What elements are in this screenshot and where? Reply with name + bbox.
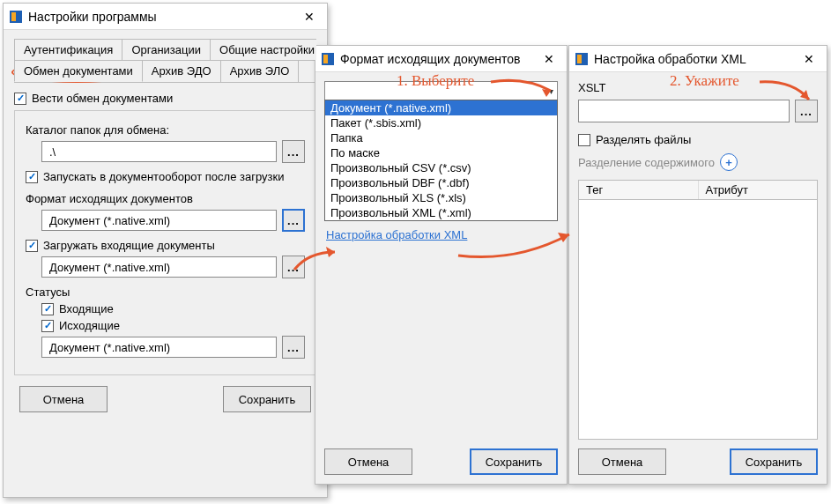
format-option[interactable]: Пакет (*.sbis.xml): [325, 115, 557, 130]
cancel-button[interactable]: Отмена: [578, 448, 666, 475]
checkbox-run-after[interactable]: ✓ Запускать в документооборот после загр…: [26, 170, 305, 183]
format-combo[interactable]: ▾: [324, 81, 558, 100]
save-button[interactable]: Сохранить: [470, 448, 558, 475]
format-dropdown[interactable]: Документ (*.native.xml)Пакет (*.sbis.xml…: [324, 100, 558, 221]
catalog-label: Каталог папок для обмена:: [26, 123, 305, 137]
svg-rect-1: [11, 12, 16, 21]
statuses-section: Статусы ✓ Входящие ✓ Исходящие Документ …: [26, 285, 305, 359]
format-option[interactable]: Произвольный DBF (*.dbf): [325, 175, 557, 190]
app-icon: [321, 52, 335, 66]
status-browse-button[interactable]: ...: [282, 336, 305, 359]
checkmark-icon: ✓: [14, 93, 26, 105]
checkbox-icon: ✓: [578, 134, 590, 146]
svg-rect-3: [323, 55, 328, 63]
incoming-browse-button[interactable]: ...: [282, 256, 305, 278]
format-window: Формат исходящих документов ✕ ▾ Документ…: [315, 45, 568, 485]
format-option[interactable]: Документ (*.native.xml): [325, 100, 557, 115]
tag-attr-table: Тег Атрибут: [578, 180, 818, 440]
tab-general[interactable]: Общие настройки: [210, 39, 316, 60]
xslt-browse-button[interactable]: ...: [795, 100, 818, 122]
settings-window: Настройки программы ✕ Аутентификация Орг…: [3, 3, 328, 498]
tab-orgs[interactable]: Организации: [122, 39, 211, 60]
window-title: Формат исходящих документов: [340, 52, 537, 66]
exchange-group: Каталог папок для обмена: .\ ... ✓ Запус…: [14, 110, 316, 375]
status-format-field[interactable]: Документ (*.native.xml): [41, 337, 277, 358]
checkbox-exchange[interactable]: ✓ Вести обмен документами: [14, 92, 316, 105]
window-title: Настройки программы: [28, 10, 297, 24]
format-option[interactable]: Произвольный XML (*.xml): [325, 205, 557, 220]
save-button[interactable]: Сохранить: [223, 386, 311, 412]
cancel-button[interactable]: Отмена: [324, 448, 412, 475]
incoming-format-field[interactable]: Документ (*.native.xml): [41, 256, 277, 278]
checkmark-icon: ✓: [41, 320, 54, 332]
checkbox-status-outgoing[interactable]: ✓ Исходящие: [41, 319, 305, 332]
checkbox-status-incoming[interactable]: ✓ Входящие: [41, 302, 305, 315]
window-title: Настройка обработки XML: [594, 52, 797, 66]
checkbox-label: Входящие: [59, 302, 114, 315]
col-tag[interactable]: Тег: [579, 181, 699, 199]
out-format-field[interactable]: Документ (*.native.xml): [41, 210, 277, 231]
titlebar: Формат исходящих документов ✕: [315, 46, 567, 72]
xslt-label: XSLT: [578, 81, 818, 94]
checkmark-icon: ✓: [41, 303, 54, 315]
tab-archive-edo[interactable]: Архив ЭДО: [142, 60, 221, 82]
close-icon[interactable]: ✕: [797, 52, 821, 66]
format-option[interactable]: Произвольный CSV (*.csv): [325, 160, 557, 175]
xml-settings-window: Настройка обработки XML ✕ XSLT ... ✓ Раз…: [568, 45, 827, 485]
checkbox-label: Загружать входящие документы: [43, 239, 215, 252]
cancel-button[interactable]: Отмена: [19, 386, 108, 412]
format-option[interactable]: Папка: [325, 130, 557, 145]
col-attr[interactable]: Атрибут: [699, 181, 818, 199]
catalog-field[interactable]: .\: [41, 141, 277, 162]
out-format-label: Формат исходящих документов: [26, 192, 305, 205]
checkmark-icon: ✓: [26, 240, 38, 252]
checkbox-split-files[interactable]: ✓ Разделять файлы: [578, 133, 818, 146]
tab-archive-elo[interactable]: Архив ЭЛО: [220, 60, 300, 82]
close-icon[interactable]: ✕: [537, 52, 561, 66]
titlebar: Настройки программы ✕: [4, 4, 327, 30]
tabs-row-2: Обмен документами Архив ЭДО Архив ЭЛО: [14, 60, 316, 83]
out-format-browse-button[interactable]: ...: [282, 209, 305, 232]
format-option[interactable]: По маске: [325, 145, 557, 160]
checkbox-label: Разделять файлы: [596, 133, 691, 146]
statuses-label: Статусы: [26, 285, 305, 299]
catalog-browse-button[interactable]: ...: [282, 140, 305, 163]
svg-rect-5: [577, 55, 582, 63]
checkbox-label: Запускать в документооборот после загруз…: [43, 170, 284, 183]
checkbox-label: Исходящие: [59, 319, 120, 332]
save-button[interactable]: Сохранить: [730, 448, 818, 475]
xslt-field[interactable]: [578, 100, 790, 122]
app-icon: [575, 52, 589, 66]
xml-settings-link[interactable]: Настройка обработки XML: [324, 225, 558, 245]
chevron-down-icon: ▾: [549, 86, 553, 96]
checkmark-icon: ✓: [26, 171, 38, 183]
format-option[interactable]: Произвольный XLS (*.xls): [325, 190, 557, 205]
add-button[interactable]: +: [720, 153, 738, 171]
app-icon: [9, 10, 23, 24]
titlebar: Настройка обработки XML ✕: [569, 46, 827, 72]
tabs-row-1: Аутентификация Организации Общие настрой…: [14, 39, 316, 61]
checkbox-load-incoming[interactable]: ✓ Загружать входящие документы: [26, 239, 305, 252]
tab-exchange[interactable]: Обмен документами: [14, 60, 143, 82]
checkbox-label: Вести обмен документами: [32, 92, 173, 105]
tab-auth[interactable]: Аутентификация: [14, 39, 122, 60]
split-content-label: Разделение содержимого: [578, 156, 715, 169]
close-icon[interactable]: ✕: [297, 10, 322, 24]
